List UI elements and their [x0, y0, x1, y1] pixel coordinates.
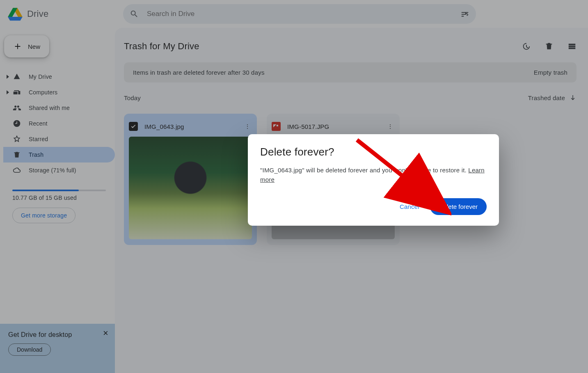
new-button-label: New [28, 43, 40, 50]
file-card[interactable]: IMG_0643.jpg ⋮ [124, 114, 257, 245]
plus-icon [13, 42, 22, 51]
more-icon[interactable]: ⋮ [243, 121, 252, 131]
sidebar-item-starred[interactable]: Starred [3, 131, 115, 147]
page-title: Trash for My Drive [124, 41, 199, 52]
sidebar-item-label: Computers [29, 89, 57, 96]
desktop-promo-title: Get Drive for desktop [8, 331, 108, 339]
file-name: IMG_0643.jpg [144, 123, 236, 130]
sidebar-item-label: Trash [29, 151, 43, 158]
dialog-title: Delete forever? [260, 146, 487, 158]
sidebar-item-computers[interactable]: Computers [3, 85, 115, 100]
dialog-body: "IMG_0643.jpg" will be deleted forever a… [260, 166, 487, 184]
sidebar-item-trash[interactable]: Trash [3, 147, 115, 162]
brand[interactable]: Drive [7, 7, 115, 21]
image-file-icon [272, 122, 281, 131]
trash-icon [12, 151, 21, 159]
get-more-storage-button[interactable]: Get more storage [12, 208, 76, 223]
app-name: Drive [27, 9, 48, 19]
search-input[interactable] [146, 9, 453, 18]
arrow-down-icon [569, 94, 577, 101]
sort-button[interactable]: Trashed date [528, 94, 577, 101]
header: Drive [0, 0, 588, 28]
cloud-icon [12, 166, 21, 174]
file-name: IMG-5017.JPG [287, 123, 379, 130]
delete-forever-button[interactable]: Delete forever [430, 198, 487, 215]
file-thumbnail[interactable] [129, 137, 252, 239]
storage-used-text: 10.77 GB of 15 GB used [12, 195, 106, 201]
sidebar-item-label: Storage (71% full) [29, 167, 76, 174]
svg-marker-2 [8, 17, 23, 21]
star-icon [12, 135, 21, 143]
search-icon [130, 9, 139, 18]
sidebar-item-label: Starred [29, 136, 48, 142]
sidebar-item-my-drive[interactable]: My Drive [3, 69, 115, 85]
tune-icon[interactable] [460, 9, 469, 18]
delete-forever-dialog: Delete forever? "IMG_0643.jpg" will be d… [248, 134, 499, 226]
close-icon[interactable]: × [103, 328, 108, 339]
nav-list: My Drive Computers Shared with me Recent… [3, 66, 115, 183]
banner-message: Items in trash are deleted forever after… [133, 69, 265, 76]
section-header: Today Trashed date [124, 94, 577, 101]
sidebar-item-label: Recent [29, 120, 48, 127]
people-icon [12, 104, 21, 112]
sidebar-item-label: Shared with me [29, 105, 70, 111]
search-bar[interactable] [123, 4, 476, 24]
devices-icon [12, 88, 21, 96]
section-title: Today [124, 94, 141, 101]
dialog-body-text: "IMG_0643.jpg" will be deleted forever a… [260, 167, 468, 174]
storage-bar [12, 190, 106, 191]
empty-trash-button[interactable]: Empty trash [534, 69, 567, 76]
list-view-icon[interactable] [567, 42, 577, 51]
sidebar: New My Drive Computers Shared with me [0, 28, 115, 373]
title-bar: Trash for My Drive [124, 37, 577, 56]
drive-logo-icon [7, 7, 23, 21]
desktop-promo: × Get Drive for desktop Download [0, 324, 115, 373]
cancel-button[interactable]: Cancel [400, 203, 419, 210]
sidebar-item-storage[interactable]: Storage (71% full) [3, 162, 115, 178]
trash-icon[interactable] [545, 42, 554, 51]
storage-block: 10.77 GB of 15 GB used Get more storage [3, 183, 115, 226]
more-icon[interactable]: ⋮ [386, 121, 395, 131]
toolbar [522, 42, 577, 51]
clock-icon [12, 119, 21, 128]
new-button[interactable]: New [4, 35, 49, 57]
sort-label: Trashed date [528, 94, 565, 101]
history-icon[interactable] [522, 42, 531, 51]
download-button[interactable]: Download [8, 343, 51, 356]
checkbox-checked-icon[interactable] [129, 122, 138, 131]
trash-banner: Items in trash are deleted forever after… [124, 62, 577, 82]
sidebar-item-label: My Drive [29, 73, 52, 80]
folder-drive-icon [12, 73, 21, 81]
sidebar-item-shared[interactable]: Shared with me [3, 100, 115, 116]
sidebar-item-recent[interactable]: Recent [3, 116, 115, 131]
